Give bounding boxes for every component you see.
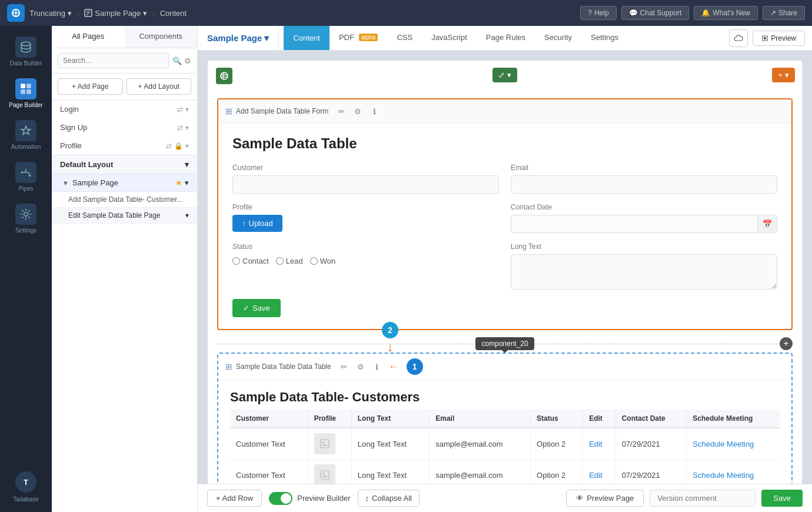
svg-rect-18 <box>321 471 329 479</box>
chat-support-button[interactable]: 💬 Chat Support <box>621 6 690 20</box>
chevron-down-icon[interactable]: ▾ <box>185 160 189 169</box>
sample-page-row[interactable]: ▼ Sample Page ★ ▾ <box>52 174 197 192</box>
nav-sample-page[interactable]: Sample Page ▾ <box>84 9 147 18</box>
version-comment-input[interactable] <box>650 490 756 507</box>
save-bottom-button[interactable]: Save <box>761 490 803 507</box>
status-radio-won[interactable] <box>310 257 318 265</box>
date-input[interactable] <box>511 215 757 232</box>
app-icon[interactable] <box>7 4 25 22</box>
nav-truncating[interactable]: Truncating ▾ <box>29 9 72 18</box>
settings-table-button[interactable]: ⚙ <box>354 360 368 374</box>
chevron-down-icon[interactable]: ▾ <box>185 142 189 150</box>
sidebar-item-page-builder[interactable]: Page Builder <box>0 72 52 114</box>
upload-button[interactable]: ↑ Upload <box>232 215 282 232</box>
tab-right-actions: Preview <box>729 26 812 50</box>
globe-button[interactable] <box>216 68 232 84</box>
table-icon: ⊞ <box>225 107 232 116</box>
schedule-link-2[interactable]: Schedule Meeting <box>693 471 754 480</box>
cell-customer-2: Customer Text <box>230 460 308 484</box>
form-title: Sample Data Table <box>232 135 777 152</box>
nav-login[interactable]: Login ⇄ ▾ <box>52 100 197 118</box>
form-col-email: Email <box>511 164 777 194</box>
page-name-chevron[interactable]: ▾ <box>264 33 269 44</box>
svg-point-13 <box>29 175 31 177</box>
status-radio-contact[interactable] <box>232 257 240 265</box>
sub-page-edit[interactable]: Edit Sample Data Table Page ▾ <box>52 208 197 224</box>
tab-settings[interactable]: Settings <box>581 26 628 50</box>
schedule-link-1[interactable]: Schedule Meeting <box>693 440 754 448</box>
tab-content[interactable]: Content <box>284 26 330 50</box>
table-row: Customer Text Long Text Text sample@emai… <box>230 428 780 460</box>
svg-point-19 <box>322 473 324 474</box>
chevron-down-icon[interactable]: ▾ <box>185 178 189 187</box>
nav-signup[interactable]: Sign Up ⇄ ▾ <box>52 118 197 137</box>
chevron-down-icon[interactable]: ▾ <box>185 105 189 114</box>
col-edit: Edit <box>583 410 615 428</box>
status-lead[interactable]: Lead <box>276 257 303 265</box>
edit-link-2[interactable]: Edit <box>589 471 602 480</box>
status-radio-lead[interactable] <box>276 257 284 265</box>
tadabase-logo[interactable]: T <box>15 471 36 493</box>
preview-page-button[interactable]: 👁 Preview Page <box>566 490 644 507</box>
customer-input[interactable] <box>232 175 499 194</box>
move-button[interactable]: ⤢ ▾ <box>492 68 517 82</box>
add-component-button[interactable]: + ▾ <box>772 68 795 82</box>
add-layout-button[interactable]: + Add Layout <box>127 78 192 95</box>
cloud-button[interactable] <box>729 29 748 47</box>
help-button[interactable]: ? Help <box>580 6 616 20</box>
preview-builder-switch[interactable] <box>269 492 292 505</box>
share-icon: ↗ <box>770 9 776 17</box>
sidebar-item-data-builder[interactable]: Data Builder <box>0 31 52 72</box>
calendar-icon-button[interactable]: 📅 <box>757 216 777 232</box>
add-section-button[interactable]: + <box>780 337 793 350</box>
status-won[interactable]: Won <box>310 257 336 265</box>
form-row-2: Profile ↑ Upload Contact Date <box>232 203 777 233</box>
edit-link-1[interactable]: Edit <box>589 440 602 448</box>
collapse-all-button[interactable]: ↕ Collapse All <box>358 490 420 507</box>
sidebar: Data Builder Page Builder Automation Pip… <box>0 26 52 512</box>
tab-css[interactable]: CSS <box>387 26 422 50</box>
settings-form-button[interactable]: ⚙ <box>351 104 365 118</box>
share-button[interactable]: ↗ Share <box>763 6 805 20</box>
tab-page-rules[interactable]: Page Rules <box>477 26 535 50</box>
whats-new-button[interactable]: 🔔 What's New <box>694 6 758 20</box>
main-wrapper: Sample Page ▾ Content PDF alpha CSS Java… <box>198 26 812 512</box>
sidebar-item-automation[interactable]: Automation <box>0 114 52 156</box>
table-section: ⊞ Sample Data Table Data Table ✏ ⚙ ℹ ← <box>217 353 793 484</box>
arrow-table-button[interactable]: ← <box>387 360 401 374</box>
profile-image-2 <box>314 464 335 484</box>
customer-label: Customer <box>232 164 499 172</box>
add-page-button[interactable]: + Add Page <box>58 78 123 95</box>
sidebar-item-settings[interactable]: Settings <box>0 198 52 240</box>
preview-button[interactable]: Preview <box>753 31 805 46</box>
search-icon[interactable]: 🔍 <box>172 56 182 65</box>
sidebar-item-pipes[interactable]: Pipes <box>0 156 52 198</box>
edit-form-button[interactable]: ✏ <box>334 104 348 118</box>
info-table-button[interactable]: ℹ <box>370 360 384 374</box>
status-contact[interactable]: Contact <box>232 257 269 265</box>
filter-icon[interactable]: ⚙ <box>184 56 191 65</box>
tab-javascript[interactable]: JavaScript <box>422 26 477 50</box>
tab-pdf[interactable]: PDF alpha <box>330 26 387 50</box>
table-header-row: Customer Profile Long Text Email Status … <box>230 410 780 428</box>
chevron-down-icon[interactable]: ▾ <box>185 124 189 132</box>
info-form-button[interactable]: ℹ <box>367 104 381 118</box>
long-text-label: Long Text <box>511 242 777 251</box>
search-input[interactable] <box>58 53 169 68</box>
tab-all-pages[interactable]: All Pages <box>52 26 125 48</box>
page-tabs-bar: Sample Page ▾ Content PDF alpha CSS Java… <box>198 26 812 51</box>
status-label: Status <box>232 242 499 251</box>
table-row: Customer Text Long Text Text sample@emai… <box>230 460 780 484</box>
tab-security[interactable]: Security <box>535 26 581 50</box>
sub-page-add[interactable]: Add Sample Data Table- Customer... <box>52 192 197 208</box>
edit-table-button[interactable]: ✏ <box>337 360 351 374</box>
add-row-button[interactable]: + Add Row <box>207 490 262 507</box>
chevron-down-icon[interactable]: ▾ <box>185 211 189 220</box>
cell-email-1: sample@email.com <box>430 428 531 460</box>
save-button[interactable]: ✓ Save <box>232 299 281 317</box>
email-input[interactable] <box>511 175 777 194</box>
tab-components[interactable]: Components <box>125 26 198 48</box>
col-long-text: Long Text <box>351 410 430 428</box>
nav-profile[interactable]: Profile ⇄ 🔒 ▾ <box>52 137 197 155</box>
long-text-input[interactable] <box>511 254 777 290</box>
